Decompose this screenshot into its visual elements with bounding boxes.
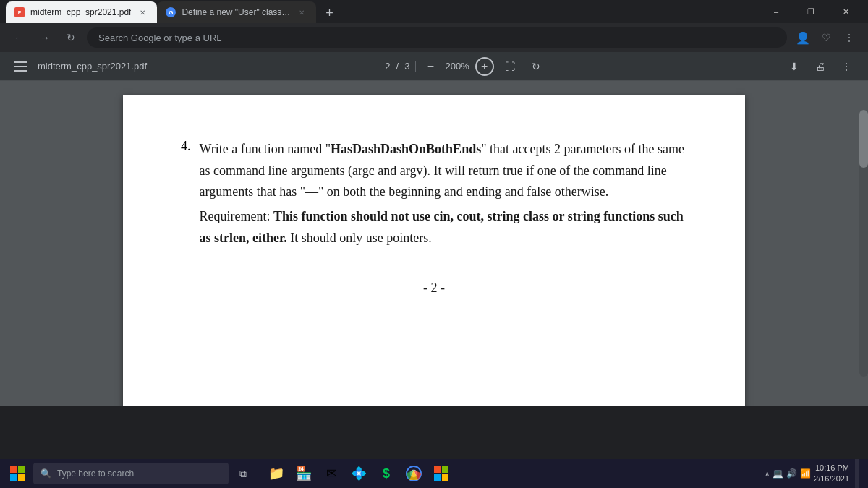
page-navigation: 2 / 3 [385,61,409,72]
requirement-label: Requirement: [200,209,273,223]
sidebar-toggle[interactable] [12,56,32,77]
pdf-toolbar-left: midterm_cpp_spr2021.pdf [12,56,147,77]
page-total: 3 [404,61,409,72]
file-explorer-icon[interactable]: 📁 [263,461,289,487]
title-bar: P midterm_cpp_spr2021.pdf ✕ G Define a n… [0,0,868,23]
svg-rect-1 [18,466,25,473]
start-button[interactable] [3,459,32,488]
show-desktop-button[interactable] [855,459,859,488]
more-options-button[interactable]: ⋮ [836,56,856,77]
question-paragraph-2: Requirement: This function should not us… [200,206,688,249]
system-clock[interactable]: 10:16 PM 2/16/2021 [814,463,849,485]
store-icon[interactable]: 🏪 [291,461,317,487]
profile-icon[interactable]: 👤 [793,27,813,48]
zoom-level: 200% [445,61,469,72]
wifi-icon[interactable]: 📶 [800,468,811,479]
address-input[interactable]: Search Google or type a URL [87,27,787,48]
tab-google[interactable]: G Define a new "User" class that co ✕ [157,1,316,23]
address-text: Search Google or type a URL [98,33,222,43]
svg-rect-3 [18,474,25,481]
system-tray: ∧ 💻 🔊 📶 10:16 PM 2/16/2021 [765,459,865,488]
pdf-toolbar: midterm_cpp_spr2021.pdf 2 / 3 − 200% + ⛶… [0,52,868,81]
bookmark-icon[interactable]: ♡ [816,27,836,48]
svg-rect-2 [10,474,17,481]
rotate-button[interactable]: ↻ [526,56,546,77]
fit-page-button[interactable]: ⛶ [500,56,520,77]
question-number: 4. [181,139,191,252]
scrollbar-thumb[interactable] [859,110,868,168]
forward-button[interactable]: → [35,27,55,48]
svg-rect-6 [434,466,441,473]
chrome-icon[interactable] [401,461,427,487]
pdf-scrollbar[interactable] [859,110,868,377]
task-view-icon: ⧉ [239,468,247,480]
svg-rect-8 [434,474,441,481]
pdf-toolbar-right: ⬇ 🖨 ⋮ [784,56,856,77]
clock-time: 10:16 PM [814,463,849,474]
chevron-icon[interactable]: ∧ [765,470,770,478]
pdf-content: 4. Write a function named "HasDashDashOn… [0,81,868,406]
search-icon: 🔍 [41,468,51,479]
address-bar: ← → ↻ Search Google or type a URL 👤 ♡ ⋮ [0,23,868,52]
tab-close-pdf[interactable]: ✕ [137,7,148,18]
refresh-button[interactable]: ↻ [61,27,81,48]
question-paragraph-1: Write a function named "HasDashDashOnBot… [200,139,688,203]
taskbar: 🔍 Type here to search ⧉ 📁 🏪 ✉ 💠 $ [0,459,868,488]
page-number: - 2 - [181,281,687,296]
new-tab-button[interactable]: + [319,3,339,23]
taskbar-app-icons: 📁 🏪 ✉ 💠 $ [263,461,454,487]
page-current[interactable]: 2 [385,61,390,72]
tab-close-google[interactable]: ✕ [296,7,307,18]
svg-rect-7 [442,466,448,473]
windows-logo-icon [10,466,25,481]
pdf-page: 4. Write a function named "HasDashDashOn… [123,95,745,406]
close-button[interactable]: ✕ [829,0,862,23]
page-separator: / [396,61,399,72]
tab-title-google: Define a new "User" class that co [182,7,290,17]
window-controls: – ❐ ✕ [760,0,862,23]
svg-rect-9 [442,474,448,481]
zoom-in-button[interactable]: + [475,57,494,76]
print-button[interactable]: 🖨 [810,56,830,77]
restore-button[interactable]: ❐ [794,0,827,23]
minimize-button[interactable]: – [760,0,793,23]
tiles-icon[interactable] [428,461,454,487]
dropbox-icon[interactable]: 💠 [346,461,372,487]
tab-favicon-pdf: P [14,7,25,17]
function-name: HasDashDashOnBothEnds [331,142,481,156]
tab-pdf[interactable]: P midterm_cpp_spr2021.pdf ✕ [6,1,157,23]
clock-date: 2/16/2021 [814,474,849,484]
dollar-icon[interactable]: $ [373,461,399,487]
toolbar-divider [415,61,416,72]
mail-icon[interactable]: ✉ [318,461,344,487]
svg-rect-0 [10,466,17,473]
address-bar-actions: 👤 ♡ ⋮ [793,27,859,48]
sys-tray-icons: ∧ 💻 🔊 📶 [765,468,811,479]
tab-bar: P midterm_cpp_spr2021.pdf ✕ G Define a n… [6,0,757,23]
pdf-title: midterm_cpp_spr2021.pdf [38,61,147,72]
download-button[interactable]: ⬇ [784,56,804,77]
tab-favicon-google: G [166,7,176,17]
pdf-toolbar-center: 2 / 3 − 200% + ⛶ ↻ [153,56,778,77]
menu-icon[interactable]: ⋮ [839,27,859,48]
question-4: 4. Write a function named "HasDashDashOn… [181,139,687,252]
tab-title-pdf: midterm_cpp_spr2021.pdf [30,7,131,17]
question-body: Write a function named "HasDashDashOnBot… [200,139,688,252]
monitor-icon[interactable]: 💻 [773,468,783,479]
back-button[interactable]: ← [9,27,29,48]
taskbar-search[interactable]: 🔍 Type here to search [33,463,229,484]
zoom-out-button[interactable]: − [422,58,439,75]
task-view-button[interactable]: ⧉ [230,461,256,487]
search-placeholder: Type here to search [57,468,134,479]
volume-icon[interactable]: 🔊 [786,468,797,479]
